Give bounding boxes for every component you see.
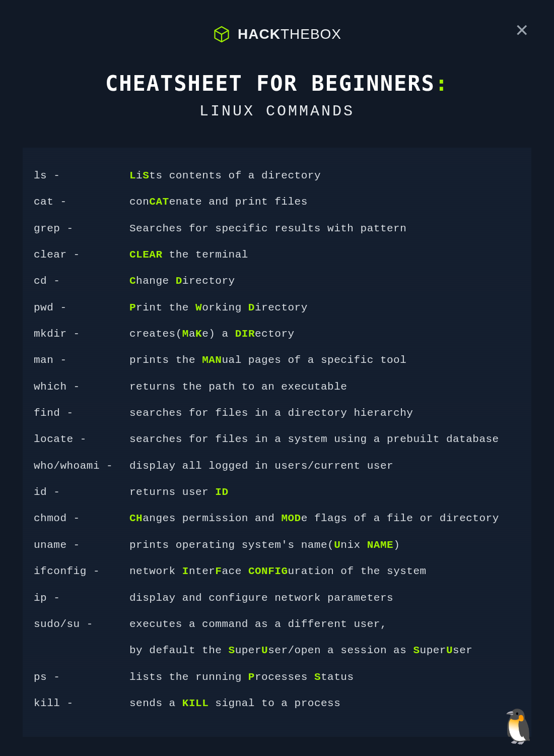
command-row: ps -lists the running Processes Status (34, 664, 520, 690)
command-row: grep -Searches for specific results with… (34, 216, 520, 242)
command-description: searches for files in a directory hierar… (129, 406, 520, 420)
command-description: conCATenate and print files (129, 195, 520, 209)
command-row: who/whoami -display all logged in users/… (34, 453, 520, 479)
command-description: CLEAR the terminal (129, 248, 520, 262)
command-row: sudo/su -executes a command as a differe… (34, 611, 520, 638)
close-icon[interactable]: ✕ (515, 20, 529, 40)
command-name: find - (34, 406, 129, 420)
command-description: sends a KILL signal to a process (129, 697, 520, 711)
command-name: kill - (34, 697, 129, 711)
command-name: mkdir - (34, 327, 129, 341)
command-row: man -prints the MANual pages of a specif… (34, 347, 520, 373)
command-row: by default the SuperUser/open a session … (34, 638, 520, 664)
command-description: executes a command as a different user, (129, 617, 520, 632)
brand-bold: HACK (238, 26, 281, 42)
command-name: clear - (34, 248, 129, 262)
command-description: creates(MaKe) a DIRectory (129, 327, 520, 341)
command-description: searches for files in a system using a p… (129, 432, 520, 447)
command-name: ifconfig - (34, 564, 129, 579)
command-row: locate -searches for files in a system u… (34, 426, 520, 453)
command-description: prints the MANual pages of a specific to… (129, 353, 520, 367)
command-description: lists the running Processes Status (129, 670, 520, 684)
command-name: ip - (34, 591, 129, 605)
command-name: sudo/su - (34, 617, 129, 632)
command-description: returns the path to an executable (129, 380, 520, 394)
command-name: pwd - (34, 301, 129, 315)
command-name: grep - (34, 222, 129, 236)
command-name: uname - (34, 538, 129, 552)
command-description: LiSts contents of a directory (129, 169, 520, 183)
command-name: chmod - (34, 512, 129, 526)
command-name: locate - (34, 432, 129, 447)
tux-icon: 🐧 (498, 713, 539, 746)
command-name: id - (34, 485, 129, 499)
command-row: chmod -CHanges permission and MODe flags… (34, 506, 520, 532)
command-description: display all logged in users/current user (129, 459, 520, 473)
command-description: Change Directory (129, 274, 520, 288)
brand-row: HACKTHEBOX (0, 0, 554, 43)
command-row: uname -prints operating system's name(Un… (34, 532, 520, 558)
brand-rest: THEBOX (281, 26, 341, 42)
command-description: display and configure network parameters (129, 591, 520, 605)
page-subtitle: LINUX COMMANDS (0, 103, 554, 120)
command-description: returns user ID (129, 485, 520, 499)
command-row: ip -display and configure network parame… (34, 585, 520, 611)
command-row: ifconfig -network InterFace CONFIGuratio… (34, 558, 520, 585)
command-name: who/whoami - (34, 459, 129, 473)
command-row: cat -conCATenate and print files (34, 189, 520, 215)
command-row: clear -CLEAR the terminal (34, 242, 520, 268)
command-description: network InterFace CONFIGuration of the s… (129, 564, 520, 579)
command-row: cd -Change Directory (34, 268, 520, 294)
command-row: mkdir -creates(MaKe) a DIRectory (34, 321, 520, 347)
command-description: prints operating system's name(Unix NAME… (129, 538, 520, 552)
title-text: CHEATSHEET FOR BEGINNERS (105, 71, 435, 96)
command-name: man - (34, 353, 129, 367)
command-row: id -returns user ID (34, 479, 520, 506)
brand-text: HACKTHEBOX (238, 26, 341, 42)
command-name: ps - (34, 670, 129, 684)
command-name: cat - (34, 195, 129, 209)
command-description: Searches for specific results with patte… (129, 222, 520, 236)
command-row: pwd -Print the Working Directory (34, 295, 520, 321)
command-row: ls -LiSts contents of a directory (34, 163, 520, 189)
command-name: cd - (34, 274, 129, 288)
command-row: kill -sends a KILL signal to a process (34, 690, 520, 717)
page-title: CHEATSHEET FOR BEGINNERS: (0, 71, 554, 96)
command-name: which - (34, 380, 129, 394)
command-description: CHanges permission and MODe flags of a f… (129, 512, 520, 526)
command-description: by default the SuperUser/open a session … (129, 644, 520, 658)
command-row: which -returns the path to an executable (34, 374, 520, 400)
command-name: ls - (34, 169, 129, 183)
title-colon: : (435, 71, 449, 96)
cheatsheet-panel: ls -LiSts contents of a directorycat -co… (23, 148, 531, 737)
command-row: find -searches for files in a directory … (34, 400, 520, 426)
cube-icon (213, 25, 231, 43)
command-description: Print the Working Directory (129, 301, 520, 315)
